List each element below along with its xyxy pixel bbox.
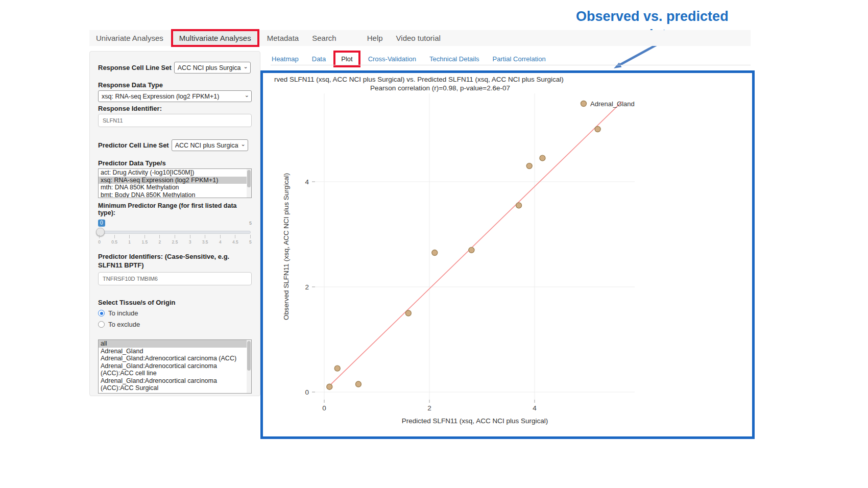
response-cell-line-set-select[interactable]: ACC NCI plus Surgical — [174, 62, 251, 74]
predictor-data-types-label: Predictor Data Type/s — [98, 159, 252, 167]
data-point[interactable] — [334, 365, 340, 371]
tissue-origin-label: Select Tissue/s of Origin — [98, 299, 252, 306]
data-point[interactable] — [469, 247, 474, 253]
predictor-data-types-listbox: act: Drug Activity (-log10[IC50M])xsq: R… — [98, 168, 252, 198]
min-predictor-range-slider: 0 5 00.511.522.533.544.55 — [98, 219, 252, 246]
slider-tick-4-5: 4.5 — [235, 235, 235, 245]
data-point[interactable] — [526, 163, 532, 169]
response-cell-line-set-label: Response Cell Line Set — [98, 64, 172, 71]
slider-tick-0-5: 0.5 — [114, 235, 115, 245]
scrollbar-thumb[interactable] — [247, 341, 251, 371]
slider-tick-2-5: 2.5 — [175, 235, 175, 245]
tab-technical-details[interactable]: Technical Details — [429, 55, 479, 63]
data-point[interactable] — [595, 127, 600, 132]
radio-button-icon[interactable] — [98, 321, 105, 328]
top-navbar: Univariate AnalysesMultivariate Analyses… — [89, 30, 751, 46]
slider-max-label: 5 — [249, 221, 252, 226]
slider-tick-3: 3 — [190, 235, 190, 245]
nav-item-univariate-analyses[interactable]: Univariate Analyses — [89, 34, 170, 42]
scrollbar[interactable] — [247, 340, 251, 393]
list-option-adrenal-gland-adrenocortical-carcinoma-a[interactable]: Adrenal_Gland:Adrenocortical carcinoma (… — [99, 377, 251, 392]
radio-to-include[interactable]: To include — [98, 309, 252, 318]
min-predictor-range-label: Minimum Predictor Range (for first liste… — [98, 202, 252, 216]
slider-tick-5: 5 — [250, 235, 251, 245]
predictor-cell-line-set-label: Predictor Cell Line Set — [98, 141, 169, 149]
scrollbar[interactable] — [247, 169, 251, 198]
data-point[interactable] — [516, 203, 522, 208]
data-point[interactable] — [405, 310, 411, 316]
tab-data[interactable]: Data — [312, 55, 326, 63]
tab-partial-correlation[interactable]: Partial Correlation — [493, 55, 546, 63]
predictor-cell-line-set-select[interactable]: ACC NCI plus Surgical — [172, 139, 248, 151]
radio-label: To include — [108, 309, 138, 317]
data-point[interactable] — [432, 250, 438, 256]
slider-tick-1: 1 — [129, 235, 130, 245]
data-point[interactable] — [355, 381, 361, 387]
y-tick-label: 0 — [305, 388, 309, 396]
radio-label: To exclude — [108, 321, 140, 328]
legend-marker-icon[interactable] — [581, 101, 587, 107]
nav-item-video-tutorial[interactable]: Video tutorial — [390, 34, 447, 42]
x-axis-title: Predicted SLFN11 (xsq, ACC NCI plus Surg… — [402, 417, 548, 425]
scatter-chart[interactable]: 024024Predicted SLFN11 (xsq, ACC NCI plu… — [263, 73, 751, 435]
annotation-line1: Observed vs. predicted — [576, 7, 729, 26]
slider-tick-0: 0 — [99, 235, 100, 245]
nav-item-metadata[interactable]: Metadata — [260, 34, 306, 42]
response-data-type-select[interactable]: xsq: RNA-seq Expression (log2 FPKM+1) — [98, 90, 252, 102]
nav-item-search[interactable]: Search — [305, 34, 343, 42]
y-axis-title: Observed SLFN11 (xsq, ACC NCI plus Surgi… — [282, 173, 290, 320]
slider-tick-3-5: 3.5 — [205, 235, 205, 245]
slider-tick-4: 4 — [220, 235, 221, 245]
response-plot-panel: rved SLFN11 (xsq, ACC NCI plus Surgical)… — [260, 70, 755, 439]
y-tick-label: 4 — [305, 178, 309, 186]
nav-item-help[interactable]: Help — [360, 34, 390, 42]
list-option-xsq-rna-seq-expression-log2-fpkm-1[interactable]: xsq: RNA-seq Expression (log2 FPKM+1) — [99, 177, 251, 184]
tabs-divider — [271, 65, 751, 65]
tab-cross-validation[interactable]: Cross-Validation — [368, 55, 416, 63]
list-option-adrenal-gland[interactable]: Adrenal_Gland — [99, 348, 251, 355]
radio-to-exclude[interactable]: To exclude — [98, 320, 252, 329]
slider-tick-2: 2 — [159, 235, 160, 245]
nav-item-multivariate-analyses[interactable]: Multivariate Analyses — [171, 29, 259, 47]
tab-heatmap[interactable]: Heatmap — [272, 55, 299, 63]
response-identifier-label: Response Identifier: — [98, 105, 252, 112]
slider-track[interactable] — [99, 231, 251, 234]
list-option-mth-dna-850k-methylation[interactable]: mth: DNA 850K Methylation — [99, 184, 251, 191]
list-option-adrenal-gland-adrenocortical-carcinoma-a[interactable]: Adrenal_Gland:Adrenocortical carcinoma (… — [99, 362, 251, 377]
predictor-identifiers-input[interactable] — [98, 272, 252, 285]
tissue-origin-listbox: allAdrenal_GlandAdrenal_Gland:Adrenocort… — [98, 339, 252, 394]
data-point[interactable] — [540, 155, 545, 161]
response-identifier-input[interactable] — [98, 114, 252, 127]
slider-value-bubble: 0 — [98, 219, 105, 227]
x-tick-label: 4 — [533, 404, 537, 412]
x-tick-label: 2 — [427, 404, 431, 412]
list-option-adrenal-gland-adrenocortical-carcinoma-a[interactable]: Adrenal_Gland:Adrenocortical carcinoma (… — [99, 355, 251, 362]
x-tick-label: 0 — [322, 404, 326, 412]
scrollbar-thumb[interactable] — [247, 170, 251, 187]
list-option-bmt-body-dna-850k-methylation[interactable]: bmt: Body DNA 850K Methylation — [99, 191, 251, 199]
radio-button-icon[interactable] — [98, 310, 105, 316]
result-tabs: HeatmapDataPlotCross-ValidationTechnical… — [272, 53, 559, 65]
analysis-sidebar: Response Cell Line Set ACC NCI plus Surg… — [89, 51, 260, 396]
y-tick-label: 2 — [305, 283, 309, 291]
slider-tick-1-5: 1.5 — [144, 235, 145, 245]
legend-label[interactable]: Adrenal_Gland — [590, 100, 635, 108]
list-option-all[interactable]: all — [99, 340, 251, 348]
regression-line — [329, 102, 622, 386]
data-point[interactable] — [327, 384, 332, 389]
response-data-type-label: Response Data Type — [98, 81, 252, 89]
predictor-identifiers-label: Predictor Identifiers: (Case-Sensitive, … — [98, 252, 251, 270]
list-option-act-drug-activity-log10-ic50m[interactable]: act: Drug Activity (-log10[IC50M]) — [99, 169, 251, 177]
